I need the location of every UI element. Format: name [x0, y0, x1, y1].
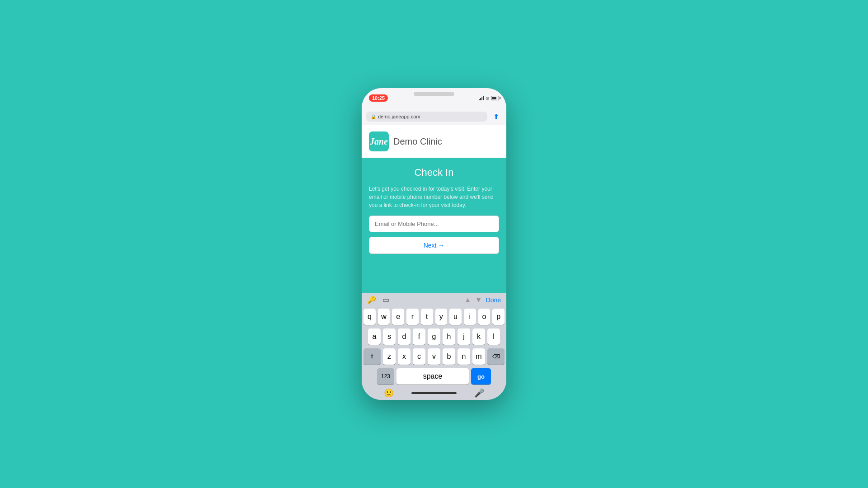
key-a[interactable]: a — [368, 328, 381, 345]
share-button[interactable]: ⬆ — [490, 111, 502, 122]
space-key[interactable]: space — [396, 368, 469, 385]
key-g[interactable]: g — [428, 328, 440, 345]
keyboard-row-2: a s d f g h j k l — [362, 327, 506, 347]
key-m[interactable]: m — [472, 348, 485, 365]
time-display: 10:25 — [369, 94, 388, 102]
done-button[interactable]: Done — [486, 296, 501, 304]
emoji-icon[interactable]: 🙂 — [384, 388, 394, 398]
key-b[interactable]: b — [443, 348, 455, 365]
check-in-title: Check In — [369, 167, 499, 178]
key-n[interactable]: n — [458, 348, 470, 365]
key-z[interactable]: z — [383, 348, 396, 365]
key-o[interactable]: o — [478, 309, 491, 325]
key-w[interactable]: w — [378, 309, 390, 325]
keyboard: q w e r t y u i o p a s d f g h j k l ⇧ … — [362, 307, 506, 386]
go-key[interactable]: go — [471, 368, 491, 385]
url-text: demo.janeapp.com — [378, 114, 420, 119]
clinic-name: Demo Clinic — [393, 136, 442, 147]
key-y[interactable]: y — [435, 309, 448, 325]
next-button[interactable]: Next → — [369, 237, 499, 254]
keyboard-row-4: 123 space go — [362, 366, 506, 386]
browser-bar: 🔒 demo.janeapp.com ⬆ — [362, 108, 506, 125]
numbers-key[interactable]: 123 — [377, 368, 394, 385]
key-c[interactable]: c — [413, 348, 425, 365]
battery-icon — [491, 96, 499, 100]
delete-key[interactable]: ⌫ — [487, 348, 505, 365]
card-icon: ▭ — [382, 296, 389, 304]
key-h[interactable]: h — [443, 328, 455, 345]
phone-bottom-bar: 🙂 🎤 — [362, 386, 506, 400]
key-j[interactable]: j — [458, 328, 470, 345]
toolbar-nav: ▲ ▼ Done — [464, 296, 501, 304]
key-k[interactable]: k — [472, 328, 485, 345]
key-icon: 🔑 — [367, 296, 376, 304]
key-f[interactable]: f — [413, 328, 425, 345]
home-bar — [411, 392, 457, 394]
jane-logo: Jane — [369, 131, 389, 151]
key-p[interactable]: p — [492, 309, 505, 325]
key-d[interactable]: d — [398, 328, 410, 345]
phone-shell: 10:25 ⊙ 🔒 demo.janeapp.com ⬆ Jane Demo C… — [362, 88, 506, 400]
lock-icon: 🔒 — [371, 114, 376, 119]
key-r[interactable]: r — [406, 309, 419, 325]
keyboard-toolbar: 🔑 ▭ ▲ ▼ Done — [362, 293, 506, 307]
status-bar: 10:25 ⊙ — [362, 88, 506, 108]
key-u[interactable]: u — [449, 309, 462, 325]
key-i[interactable]: i — [464, 309, 476, 325]
check-in-panel: Check In Let's get you checked in for to… — [362, 158, 506, 293]
check-in-description: Let's get you checked in for today's vis… — [369, 185, 499, 209]
key-t[interactable]: t — [421, 309, 433, 325]
key-e[interactable]: e — [392, 309, 404, 325]
signal-icon — [479, 96, 484, 100]
key-s[interactable]: s — [383, 328, 396, 345]
wifi-icon: ⊙ — [486, 96, 489, 101]
keyboard-row-3: ⇧ z x c v b n m ⌫ — [362, 347, 506, 366]
keyboard-row-1: q w e r t y u i o p — [362, 307, 506, 327]
toolbar-left: 🔑 ▭ — [367, 296, 389, 304]
next-label: Next → — [424, 242, 445, 249]
web-content: Jane Demo Clinic Check In Let's get you … — [362, 125, 506, 293]
nav-up-button[interactable]: ▲ — [464, 296, 472, 304]
nav-down-button[interactable]: ▼ — [475, 296, 482, 304]
microphone-icon[interactable]: 🎤 — [474, 388, 484, 398]
logo-text: Jane — [370, 136, 388, 147]
key-x[interactable]: x — [398, 348, 410, 365]
status-icons: ⊙ — [479, 96, 499, 101]
email-phone-input[interactable] — [369, 216, 499, 232]
shift-key[interactable]: ⇧ — [363, 348, 381, 365]
key-v[interactable]: v — [428, 348, 440, 365]
key-l[interactable]: l — [487, 328, 500, 345]
notch — [414, 92, 454, 96]
url-bar[interactable]: 🔒 demo.janeapp.com — [366, 112, 487, 122]
key-q[interactable]: q — [363, 309, 376, 325]
site-header: Jane Demo Clinic — [362, 125, 506, 158]
